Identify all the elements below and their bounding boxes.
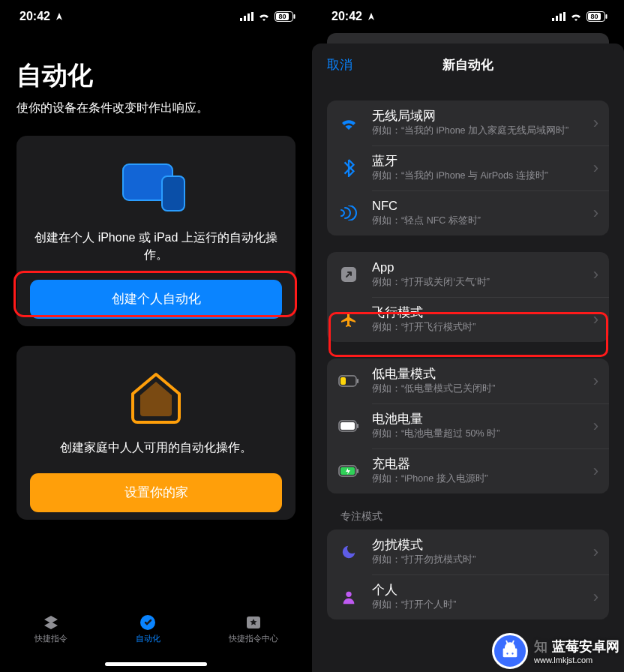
status-left: 20:42 <box>332 10 376 23</box>
focus-section-header: 专注模式 <box>327 510 609 530</box>
svg-rect-10 <box>162 176 184 211</box>
cellular-icon <box>240 12 254 21</box>
svg-rect-3 <box>251 12 254 21</box>
row-title: 无线局域网 <box>372 109 589 124</box>
page-subtitle: 使你的设备在条件改变时作出响应。 <box>16 100 296 116</box>
row-sub: 例如：“打开勿扰模式时” <box>372 554 589 566</box>
row-sub: 例如：“iPhone 接入电源时” <box>372 472 589 485</box>
cellular-icon <box>552 12 566 21</box>
home-indicator[interactable] <box>105 662 207 666</box>
tab-label: 自动化 <box>136 634 160 644</box>
create-personal-automation-button[interactable]: 创建个人自动化 <box>30 280 282 319</box>
nfc-icon <box>338 202 360 224</box>
status-time: 20:42 <box>20 10 50 23</box>
moon-icon <box>338 541 360 563</box>
svg-text:80: 80 <box>590 13 598 20</box>
sheet-header: 取消 新自动化 <box>312 44 624 86</box>
sheet-title: 新自动化 <box>442 56 494 74</box>
row-title: 个人 <box>372 583 589 598</box>
chevron-right-icon: › <box>589 542 598 562</box>
sheet-body[interactable]: 无线局域网例如：“当我的 iPhone 加入家庭无线局域网时” › 蓝牙例如：“… <box>312 86 624 672</box>
trigger-charger[interactable]: 充电器例如：“iPhone 接入电源时” › <box>327 448 609 494</box>
trigger-bluetooth[interactable]: 蓝牙例如：“当我的 iPhone 与 AirPods 连接时” › <box>327 146 609 190</box>
tab-shortcuts[interactable]: 快捷指令 <box>34 614 68 644</box>
screenshot-left: 20:42 80 自动化 使你的设备在条件改变时作出响应。 创建在个人 iPho… <box>0 0 312 672</box>
chevron-right-icon: › <box>589 158 598 178</box>
charger-icon <box>338 460 360 482</box>
chevron-right-icon: › <box>589 203 598 223</box>
shortcuts-icon <box>42 614 60 632</box>
svg-text:80: 80 <box>278 13 286 20</box>
trigger-app[interactable]: App例如：“打开或关闭‘天气’时” › <box>327 252 609 297</box>
chevron-right-icon: › <box>589 265 598 284</box>
trigger-nfc[interactable]: NFC例如：“轻点 NFC 标签时” › <box>327 190 609 236</box>
watermark-text: 知蓝莓安卓网 www.lmkjst.com <box>534 638 620 664</box>
tab-automation[interactable]: 自动化 <box>136 614 160 644</box>
screenshot-right: 20:42 80 取消 新自动化 <box>312 0 624 672</box>
trigger-group-power: 低电量模式例如：“低电量模式已关闭时” › 电池电量例如：“电池电量超过 50%… <box>327 358 609 494</box>
status-bar: 20:42 80 <box>312 0 624 33</box>
row-title: App <box>372 260 589 275</box>
watermark-logo <box>492 633 528 669</box>
status-left: 20:42 <box>20 10 64 23</box>
row-title: NFC <box>372 199 589 214</box>
row-sub: 例如：“轻点 NFC 标签时” <box>372 214 589 227</box>
svg-rect-25 <box>357 379 358 383</box>
airplane-icon <box>338 308 360 331</box>
trigger-battery-level[interactable]: 电池电量例如：“电池电量超过 50% 时” › <box>327 404 609 448</box>
wifi-icon <box>338 112 360 134</box>
svg-rect-31 <box>357 469 358 473</box>
svg-rect-14 <box>552 18 554 21</box>
bluetooth-icon <box>338 157 360 179</box>
automation-icon <box>139 614 157 632</box>
chevron-right-icon: › <box>589 371 598 391</box>
status-right: 80 <box>552 11 608 22</box>
trigger-airplane[interactable]: 飞行模式例如：“打开飞行模式时” › <box>327 297 609 342</box>
trigger-dnd[interactable]: 勿扰模式例如：“打开勿扰模式时” › <box>327 530 609 574</box>
trigger-group-connectivity: 无线局域网例如：“当我的 iPhone 加入家庭无线局域网时” › 蓝牙例如：“… <box>327 100 609 236</box>
svg-rect-0 <box>240 18 242 21</box>
chevron-right-icon: › <box>589 310 598 329</box>
row-title: 充电器 <box>372 457 589 472</box>
chevron-right-icon: › <box>589 416 598 436</box>
row-sub: 例如：“打开飞行模式时” <box>372 321 589 334</box>
svg-rect-1 <box>244 16 246 21</box>
watermark-brand: 蓝莓安卓网 <box>552 639 620 654</box>
trigger-group-app: App例如：“打开或关闭‘天气’时” › 飞行模式例如：“打开飞行模式时” › <box>327 252 609 342</box>
home-automation-card: 创建家庭中人人可用的自动化操作。 设置你的家 <box>16 346 296 519</box>
watermark: 知蓝莓安卓网 www.lmkjst.com <box>492 633 620 669</box>
trigger-low-power[interactable]: 低电量模式例如：“低电量模式已关闭时” › <box>327 358 609 404</box>
svg-rect-33 <box>506 640 508 644</box>
new-automation-sheet: 取消 新自动化 无线局域网例如：“当我的 iPhone 加入家庭无线局域网时” … <box>312 44 624 672</box>
svg-rect-20 <box>606 14 608 19</box>
row-title: 低电量模式 <box>372 367 589 382</box>
status-right: 80 <box>240 11 296 22</box>
wifi-icon <box>570 12 582 21</box>
svg-point-32 <box>346 592 351 597</box>
wifi-icon <box>258 12 270 21</box>
trigger-personal-focus[interactable]: 个人例如：“打开个人时” › <box>327 574 609 620</box>
personal-card-text: 创建在个人 iPhone 或 iPad 上运行的自动化操作。 <box>24 229 288 263</box>
row-title: 电池电量 <box>372 412 589 427</box>
row-sub: 例如：“打开个人时” <box>372 598 589 611</box>
battery-icon: 80 <box>586 11 608 22</box>
low-power-icon <box>338 370 360 392</box>
row-title: 蓝牙 <box>372 154 589 169</box>
trigger-group-focus: 勿扰模式例如：“打开勿扰模式时” › 个人例如：“打开个人时” › <box>327 530 609 620</box>
tab-gallery[interactable]: 快捷指令中心 <box>229 614 278 644</box>
tab-label: 快捷指令中心 <box>229 634 278 644</box>
home-card-text: 创建家庭中人人可用的自动化操作。 <box>24 439 288 456</box>
chevron-right-icon: › <box>589 587 598 607</box>
cancel-button[interactable]: 取消 <box>327 56 352 74</box>
watermark-url: www.lmkjst.com <box>534 656 620 664</box>
personal-automation-card: 创建在个人 iPhone 或 iPad 上运行的自动化操作。 创建个人自动化 <box>16 136 296 326</box>
devices-icon <box>24 155 288 218</box>
row-title: 勿扰模式 <box>372 538 589 553</box>
chevron-right-icon: › <box>589 461 598 481</box>
chevron-right-icon: › <box>589 113 598 133</box>
setup-home-button[interactable]: 设置你的家 <box>30 473 282 512</box>
trigger-wifi[interactable]: 无线局域网例如：“当我的 iPhone 加入家庭无线局域网时” › <box>327 100 609 146</box>
svg-rect-16 <box>560 14 562 21</box>
svg-rect-17 <box>563 12 566 21</box>
location-icon <box>367 12 376 21</box>
